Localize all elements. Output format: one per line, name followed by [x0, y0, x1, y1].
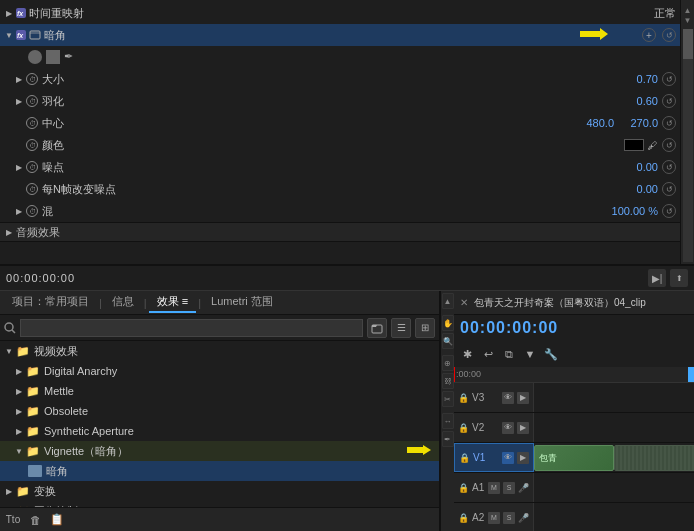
- select-tool-btn[interactable]: ⊕: [442, 355, 454, 371]
- color-swatch[interactable]: [624, 139, 644, 151]
- center-y-value[interactable]: 270.0: [618, 117, 658, 129]
- icon-view-btn[interactable]: ⊞: [415, 318, 435, 338]
- tree-item-obsolete[interactable]: 📁 Obsolete: [0, 401, 439, 421]
- pen-tool-btn[interactable]: ✒: [442, 431, 454, 447]
- v3-lock-icon[interactable]: 🔒: [458, 393, 469, 403]
- delete-btn[interactable]: 🗑: [26, 511, 44, 529]
- timeline-tool-settings[interactable]: ▼: [521, 345, 539, 363]
- mix-toggle[interactable]: [14, 206, 24, 216]
- tree-item-digital-anarchy[interactable]: 📁 Digital Anarchy: [0, 361, 439, 381]
- square-shape-icon[interactable]: [46, 50, 60, 64]
- digital-anarchy-toggle[interactable]: [14, 366, 24, 376]
- top-panel-scroll-track[interactable]: [683, 29, 693, 262]
- timeline-tool-link[interactable]: ✱: [458, 345, 476, 363]
- circle-shape-icon[interactable]: [28, 50, 42, 64]
- pen-shape-icon[interactable]: ✒: [64, 50, 78, 64]
- a1-lock-icon[interactable]: 🔒: [458, 483, 469, 493]
- v2-collapse-btn[interactable]: ▶: [517, 422, 529, 434]
- vignette-toggle[interactable]: [4, 30, 14, 40]
- vignette-folder-toggle[interactable]: [14, 446, 24, 456]
- mettle-toggle[interactable]: [14, 386, 24, 396]
- scroll-down-btn[interactable]: ▼: [684, 16, 692, 25]
- a1-m-btn[interactable]: M: [488, 482, 500, 494]
- center-stopwatch[interactable]: ⏱: [26, 117, 38, 129]
- tto-btn[interactable]: Tto: [4, 511, 22, 529]
- copy-btn[interactable]: 📋: [48, 511, 66, 529]
- tree-item-synthetic-aperture[interactable]: 📁 Synthetic Aperture: [0, 421, 439, 441]
- size-toggle[interactable]: [14, 74, 24, 84]
- noise-reset[interactable]: ↺: [662, 160, 676, 174]
- v2-lock-icon[interactable]: 🔒: [458, 423, 469, 433]
- tree-item-mettle[interactable]: 📁 Mettle: [0, 381, 439, 401]
- effects-search-input[interactable]: [20, 319, 363, 337]
- v1-clip-2[interactable]: [614, 445, 694, 471]
- color-stopwatch[interactable]: ⏱: [26, 139, 38, 151]
- audio-effects-toggle[interactable]: [4, 227, 14, 237]
- hand-tool-btn[interactable]: ✋: [442, 315, 454, 331]
- slip-tool-btn[interactable]: ↔: [442, 413, 454, 429]
- tab-effects[interactable]: 效果 ≡: [149, 292, 196, 313]
- v1-lock-icon[interactable]: 🔒: [459, 453, 470, 463]
- v1-collapse-btn[interactable]: ▶: [517, 452, 529, 464]
- list-view-btn[interactable]: ☰: [391, 318, 411, 338]
- link-tool-btn[interactable]: ⛓: [442, 373, 454, 389]
- center-x-value[interactable]: 480.0: [574, 117, 614, 129]
- video-effects-toggle[interactable]: [4, 346, 14, 356]
- feather-stopwatch[interactable]: ⏱: [26, 95, 38, 107]
- noise-pf-reset[interactable]: ↺: [662, 182, 676, 196]
- mix-stopwatch[interactable]: ⏱: [26, 205, 38, 217]
- size-stopwatch[interactable]: ⏱: [26, 73, 38, 85]
- tree-item-ango[interactable]: 暗角: [0, 461, 439, 481]
- vignette-add-btn[interactable]: +: [642, 28, 656, 42]
- timecode-display: 00:00:00:00: [6, 272, 75, 284]
- a2-lock-icon[interactable]: 🔒: [458, 513, 469, 523]
- tab-info[interactable]: 信息: [104, 292, 142, 313]
- a2-m-btn[interactable]: M: [488, 512, 500, 524]
- cursor-tool-btn[interactable]: ▲: [442, 293, 454, 309]
- play-to-out-btn[interactable]: ▶|: [648, 269, 666, 287]
- eyedropper-icon[interactable]: 🖋: [648, 140, 658, 151]
- v2-eye-btn[interactable]: 👁: [502, 422, 514, 434]
- v1-eye-btn[interactable]: 👁: [502, 452, 514, 464]
- v1-clip-1[interactable]: 包青: [534, 445, 614, 471]
- timeline-tool-snap[interactable]: ↩: [479, 345, 497, 363]
- tab-lumetri[interactable]: Lumetri 范围: [203, 292, 281, 313]
- feather-value[interactable]: 0.60: [618, 95, 658, 107]
- mix-value[interactable]: 100.00 %: [612, 205, 658, 217]
- synthetic-aperture-toggle[interactable]: [14, 426, 24, 436]
- timeline-close-btn[interactable]: ✕: [460, 297, 468, 308]
- playhead-indicator[interactable]: [454, 367, 455, 382]
- feather-reset[interactable]: ↺: [662, 94, 676, 108]
- size-value[interactable]: 0.70: [618, 73, 658, 85]
- v3-eye-btn[interactable]: 👁: [502, 392, 514, 404]
- a1-s-btn[interactable]: S: [503, 482, 515, 494]
- timeline-timecode[interactable]: 00:00:00:00: [454, 315, 694, 341]
- tab-project[interactable]: 项目：常用项目: [4, 292, 97, 313]
- scroll-up-btn[interactable]: ▲: [684, 6, 692, 15]
- size-reset[interactable]: ↺: [662, 72, 676, 86]
- tree-item-video-effects[interactable]: 📁 视频效果: [0, 341, 439, 361]
- a2-s-btn[interactable]: S: [503, 512, 515, 524]
- noise-pf-value[interactable]: 0.00: [618, 183, 658, 195]
- noise-toggle[interactable]: [14, 162, 24, 172]
- mix-reset[interactable]: ↺: [662, 204, 676, 218]
- noise-value[interactable]: 0.00: [618, 161, 658, 173]
- center-reset[interactable]: ↺: [662, 116, 676, 130]
- noise-stopwatch[interactable]: ⏱: [26, 161, 38, 173]
- time-remap-toggle[interactable]: [4, 8, 14, 18]
- timeline-tool-wrench[interactable]: 🔧: [542, 345, 560, 363]
- color-reset[interactable]: ↺: [662, 138, 676, 152]
- timeline-tool-markers[interactable]: ⧉: [500, 345, 518, 363]
- v3-collapse-btn[interactable]: ▶: [517, 392, 529, 404]
- new-folder-btn[interactable]: [367, 318, 387, 338]
- razor-tool-btn[interactable]: ✂: [442, 391, 454, 407]
- zoom-tool-btn[interactable]: 🔍: [442, 333, 454, 349]
- tree-item-transform[interactable]: 📁 变换: [0, 481, 439, 501]
- noise-pf-stopwatch[interactable]: ⏱: [26, 183, 38, 195]
- export-btn[interactable]: ⬆: [670, 269, 688, 287]
- vignette-reset-btn[interactable]: ↺: [662, 28, 676, 42]
- feather-toggle[interactable]: [14, 96, 24, 106]
- obsolete-toggle[interactable]: [14, 406, 24, 416]
- transform-toggle[interactable]: [4, 486, 14, 496]
- tree-item-vignette-folder[interactable]: 📁 Vignette（暗角）: [0, 441, 439, 461]
